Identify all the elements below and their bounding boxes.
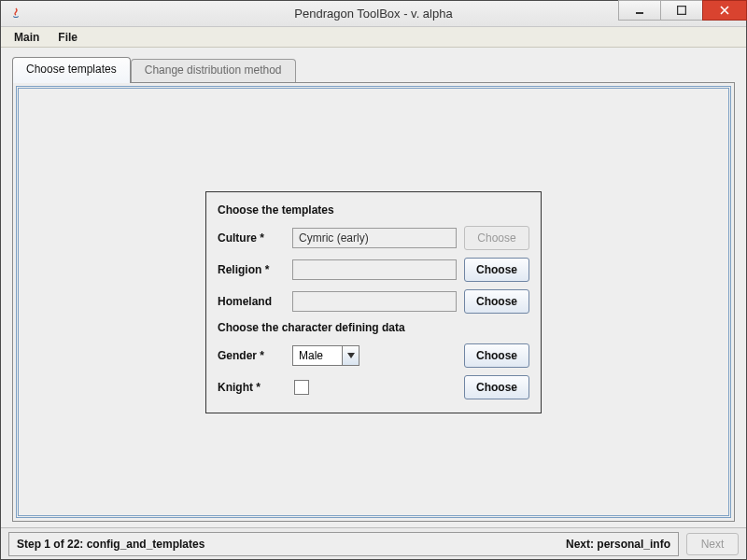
- religion-label: Religion *: [218, 263, 285, 276]
- knight-checkbox[interactable]: [294, 380, 309, 395]
- svg-rect-0: [636, 12, 643, 14]
- culture-choose-button: Choose: [464, 226, 529, 250]
- titlebar[interactable]: Pendragon ToolBox - v. alpha: [1, 1, 746, 27]
- menu-main[interactable]: Main: [7, 29, 47, 46]
- religion-choose-button[interactable]: Choose: [464, 258, 529, 282]
- form-panel: Choose the templates Culture * Cymric (e…: [205, 191, 542, 413]
- knight-choose-button[interactable]: Choose: [464, 375, 529, 399]
- window-controls: [618, 1, 746, 26]
- homeland-choose-button[interactable]: Choose: [464, 289, 529, 314]
- minimize-button[interactable]: [618, 0, 661, 21]
- next-button: Next: [686, 533, 739, 555]
- gender-select[interactable]: Male: [292, 345, 359, 366]
- homeland-field[interactable]: [292, 291, 457, 312]
- row-religion: Religion * Choose: [218, 254, 529, 286]
- knight-label: Knight *: [218, 381, 285, 394]
- row-gender: Gender * Male Choose: [218, 340, 529, 371]
- tab-panel: Choose the templates Culture * Cymric (e…: [12, 82, 735, 522]
- row-culture: Culture * Cymric (early) Choose: [218, 222, 529, 254]
- tab-panel-inner: Choose the templates Culture * Cymric (e…: [16, 86, 731, 518]
- close-button[interactable]: [702, 0, 747, 21]
- maximize-button[interactable]: [660, 0, 703, 21]
- culture-label: Culture *: [218, 231, 285, 245]
- status-step: Step 1 of 22: config_and_templates: [17, 538, 204, 551]
- row-homeland: Homeland Choose: [218, 286, 529, 317]
- tabs-strip: Choose templates Change distribution met…: [12, 57, 735, 82]
- religion-field[interactable]: [292, 259, 457, 280]
- row-knight: Knight * Choose: [218, 371, 529, 403]
- gender-choose-button[interactable]: Choose: [464, 343, 529, 368]
- culture-field: Cymric (early): [292, 228, 457, 248]
- status-next-label: Next: personal_info: [566, 538, 670, 551]
- status-frame: Step 1 of 22: config_and_templates Next:…: [8, 532, 679, 556]
- menubar: Main File: [1, 27, 746, 48]
- content-area: Choose templates Change distribution met…: [1, 48, 746, 527]
- java-icon: [8, 7, 23, 21]
- homeland-label: Homeland: [218, 295, 285, 308]
- gender-label: Gender *: [218, 349, 285, 362]
- section-templates-title: Choose the templates: [218, 200, 529, 222]
- menu-file[interactable]: File: [50, 29, 85, 46]
- statusbar: Step 1 of 22: config_and_templates Next:…: [1, 527, 746, 559]
- app-window: Pendragon ToolBox - v. alpha Main File C…: [0, 0, 747, 560]
- gender-value: Male: [293, 346, 342, 365]
- gender-dropdown-icon: [342, 346, 359, 365]
- section-defining-title: Choose the character defining data: [218, 317, 529, 340]
- tab-choose-templates[interactable]: Choose templates: [12, 57, 131, 83]
- svg-rect-1: [678, 7, 686, 15]
- tab-change-distribution[interactable]: Change distribution method: [131, 59, 296, 82]
